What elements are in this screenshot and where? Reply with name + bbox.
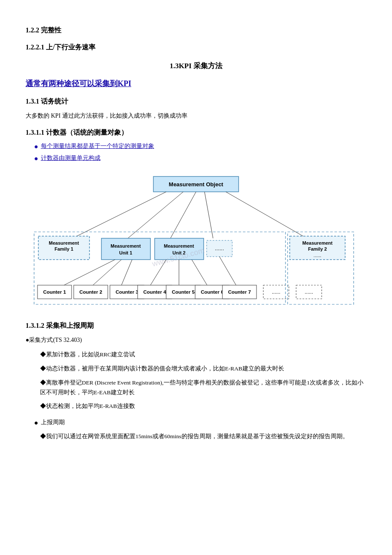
collect-text-3: ◆离散事件登记DER (Discrete Event Registration)… (40, 378, 366, 398)
heading-13intro: 通常有两种途径可以采集到KPI (26, 78, 366, 90)
svg-text:Measurement: Measurement (111, 243, 141, 249)
svg-text:Counter 4: Counter 4 (143, 289, 166, 295)
collect-indent-4: ◆状态检测，比如平均E-RAB连接数 (38, 400, 366, 413)
svg-line-29 (219, 257, 236, 285)
svg-text:Counter 3: Counter 3 (115, 289, 138, 295)
svg-rect-10 (101, 238, 150, 260)
svg-text:Measurement: Measurement (303, 240, 333, 246)
heading-1311: 1.3.1.1 计数器（话统的测量对象） (26, 127, 366, 138)
svg-text:Family 1: Family 1 (55, 246, 73, 251)
heading-1312: 1.3.1.2 采集和上报周期 (26, 320, 366, 331)
heading-131: 1.3.1 话务统计 (26, 96, 366, 107)
collect-text-4: ◆状态检测，比如平均E-RAB连接数 (40, 402, 135, 411)
svg-text:Counter 1: Counter 1 (43, 289, 66, 295)
svg-text:Measurement: Measurement (164, 243, 194, 249)
collect-indent-3: ◆离散事件登记DER (Discrete Event Registration)… (38, 377, 366, 399)
report-indent-1: ◆我们可以通过在网管系统里面配置15mins或者60mins的报告周期，测量结果… (38, 431, 366, 443)
report-text-1: ◆我们可以通过在网管系统里面配置15mins或者60mins的报告周期，测量结果… (40, 432, 349, 442)
svg-text:......: ...... (305, 289, 313, 295)
heading-13kpi: 1.3KPI 采集方法 (26, 60, 366, 72)
measurement-diagram: Measurement Object Measurement Family 1 … (30, 172, 362, 312)
collect-indent-2: ◆动态计数器，被用于在某周期内该计数器的值会增大或者减小，比如E-RAB建立的最… (38, 363, 366, 375)
svg-text:Measurement: Measurement (49, 240, 79, 246)
svg-text:Measurement Object: Measurement Object (169, 181, 224, 188)
bullet-text-1: 每个测量结果都是基于一个特定的测量对象 (41, 142, 154, 151)
svg-text:Counter 7: Counter 7 (228, 289, 251, 295)
svg-text:......: ...... (272, 289, 280, 295)
heading-1221: 1.2.2.1 上/下行业务速率 (26, 42, 366, 53)
bullet-item-2: ● 计数器由测量单元构成 (34, 153, 366, 164)
svg-line-2 (72, 192, 166, 238)
report-bullet-text: 上报周期 (41, 418, 65, 427)
collect-indent-1: ◆累加计数器，比如说RRC建立尝试 (38, 349, 366, 361)
svg-line-4 (170, 192, 196, 238)
report-bullet-list: ● 上报周期 (34, 418, 366, 428)
bullet-dot-2: ● (34, 153, 38, 164)
svg-text:Counter 5: Counter 5 (172, 289, 195, 295)
svg-line-3 (128, 192, 183, 238)
bullet-text-2: 计数器由测量单元构成 (41, 153, 101, 163)
svg-text:Family 2: Family 2 (308, 246, 327, 251)
heading-122: 1.2.2 完整性 (26, 25, 366, 36)
svg-text:......: ...... (314, 253, 321, 258)
report-indent-block: ◆我们可以通过在网管系统里面配置15mins或者60mins的报告周期，测量结果… (38, 431, 366, 443)
diagram-svg: Measurement Object Measurement Family 1 … (30, 172, 362, 309)
paragraph-131: 大多数的 KPI 通过此方法获得，比如接入成功率，切换成功率 (26, 110, 366, 121)
bullet-list-1311: ● 每个测量结果都是基于一个特定的测量对象 ● 计数器由测量单元构成 (34, 142, 366, 164)
bullet-dot-1: ● (34, 142, 38, 152)
collect-indent-block: ◆累加计数器，比如说RRC建立尝试 ◆动态计数器，被用于在某周期内该计数器的值会… (38, 349, 366, 413)
svg-line-5 (205, 192, 213, 238)
svg-text:Counter 6: Counter 6 (201, 289, 224, 295)
svg-text:......: ...... (215, 245, 224, 251)
collect-text-2: ◆动态计数器，被用于在某周期内该计数器的值会增大或者减小，比如E-RAB建立的最… (40, 364, 284, 374)
svg-text:Counter 2: Counter 2 (79, 289, 102, 295)
svg-line-28 (192, 260, 207, 285)
svg-line-25 (121, 260, 132, 285)
bullet-item-1: ● 每个测量结果都是基于一个特定的测量对象 (34, 142, 366, 152)
report-bullet-item: ● 上报周期 (34, 418, 366, 428)
svg-line-6 (226, 192, 307, 238)
collect-bullet: ●采集方式(TS 32.403) (26, 335, 366, 345)
collect-text-1: ◆累加计数器，比如说RRC建立尝试 (40, 350, 135, 360)
svg-text:Unit 1: Unit 1 (119, 250, 133, 255)
report-bullet-dot: ● (34, 418, 38, 428)
